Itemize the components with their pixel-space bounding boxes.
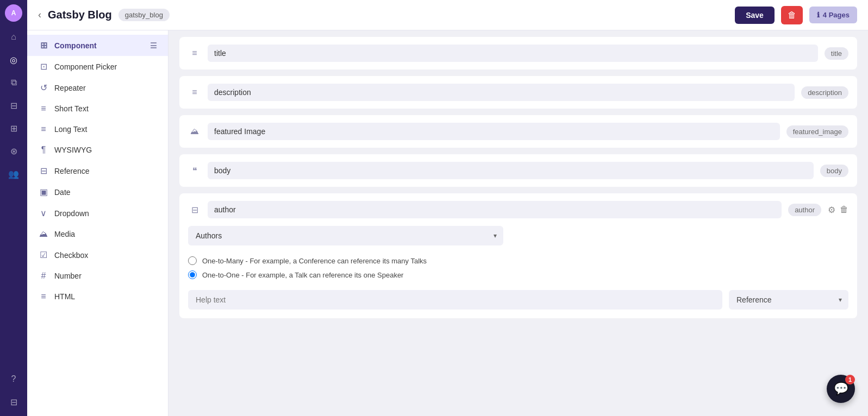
- radio-input-one-to-many[interactable]: [188, 256, 197, 265]
- ref-type-select-wrapper: Reference Inline Embed ▾: [729, 290, 848, 310]
- sidebar-label-media: Media: [54, 230, 75, 238]
- field-name-body[interactable]: [208, 162, 814, 179]
- sidebar-icon-help[interactable]: ?: [4, 369, 23, 389]
- sidebar-label-short-text: Short Text: [54, 104, 89, 113]
- sidebar-icon-layers[interactable]: ⊟: [4, 392, 23, 412]
- pages-count: 4 Pages: [823, 11, 850, 19]
- sidebar-icon-components[interactable]: ⊟: [4, 96, 23, 115]
- component-icon: ⊞: [38, 40, 49, 51]
- delete-button[interactable]: 🗑: [781, 6, 803, 24]
- help-text-input[interactable]: [188, 290, 722, 310]
- chat-icon: 💬: [834, 382, 848, 396]
- reference-icon: ⊟: [38, 166, 49, 176]
- sidebar-label-checkbox: Checkbox: [54, 251, 88, 260]
- sidebar-icon-puzzle[interactable]: ⊛: [4, 141, 23, 161]
- reference-card-header: ⊟ author ⚙ 🗑: [179, 193, 857, 226]
- chat-badge: 1: [845, 375, 855, 385]
- field-name-featured-image[interactable]: [208, 123, 780, 140]
- field-key-title: title: [825, 47, 848, 60]
- radio-input-one-to-one[interactable]: [188, 270, 197, 279]
- delete-button-author[interactable]: 🗑: [840, 205, 848, 215]
- top-header: ‹ Gatsby Blog gatsby_blog Save 🗑 ℹ 4 Pag…: [27, 0, 868, 30]
- left-sidebar: ⊞ Component ☰ ⊡ Component Picker ↺ Repea…: [27, 30, 168, 416]
- dropdown-icon: ∨: [38, 208, 49, 218]
- main-area: ‹ Gatsby Blog gatsby_blog Save 🗑 ℹ 4 Pag…: [27, 0, 868, 416]
- sidebar-label-repeater: Repeater: [54, 84, 86, 92]
- sidebar-item-component-picker[interactable]: ⊡ Component Picker: [27, 56, 168, 77]
- pages-icon: ℹ: [817, 11, 820, 19]
- sidebar-item-long-text[interactable]: ≡ Long Text: [27, 119, 168, 140]
- sidebar-label-number: Number: [54, 272, 82, 280]
- field-icon-body: ❝: [188, 166, 201, 176]
- field-row-body: ❝ body: [179, 154, 857, 187]
- sidebar-label-reference: Reference: [54, 167, 90, 175]
- component-picker-icon: ⊡: [38, 61, 49, 72]
- short-text-icon: ≡: [38, 104, 49, 114]
- repeater-icon: ↺: [38, 83, 49, 93]
- radio-one-to-many[interactable]: One-to-Many - For example, a Conference …: [188, 256, 848, 265]
- sidebar-item-short-text[interactable]: ≡ Short Text: [27, 98, 168, 119]
- sidebar-item-reference[interactable]: ⊟ Reference: [27, 160, 168, 181]
- ref-collection-select[interactable]: Authors Posts Tags Categories: [188, 226, 503, 245]
- sidebar-item-checkbox[interactable]: ☑ Checkbox: [27, 244, 168, 266]
- field-key-body: body: [820, 165, 848, 177]
- radio-label-one-to-many: One-to-Many - For example, a Conference …: [202, 257, 427, 265]
- sidebar-item-dropdown[interactable]: ∨ Dropdown: [27, 203, 168, 224]
- field-key-description: description: [801, 86, 848, 99]
- sidebar-label-dropdown: Dropdown: [54, 209, 89, 218]
- sidebar-item-date[interactable]: ▣ Date: [27, 181, 168, 203]
- pages-button[interactable]: ℹ 4 Pages: [809, 7, 857, 23]
- radio-one-to-one[interactable]: One-to-One - For example, a Talk can ref…: [188, 270, 848, 279]
- media-icon: ⛰: [38, 229, 49, 239]
- sidebar-label-html: HTML: [54, 292, 75, 301]
- sidebar-item-html[interactable]: ≡ HTML: [27, 286, 168, 307]
- sidebar-icon-team[interactable]: 👥: [4, 164, 23, 184]
- sidebar-label-long-text: Long Text: [54, 125, 87, 134]
- avatar[interactable]: A: [5, 4, 22, 22]
- sidebar-label-component: Component: [54, 41, 97, 50]
- sidebar-icon-grid[interactable]: ⊞: [4, 118, 23, 138]
- sidebar-label-wysiwyg: WYSIWYG: [54, 146, 92, 154]
- field-actions-author: ⚙ 🗑: [828, 205, 848, 215]
- field-row-title: ≡ title: [179, 37, 857, 70]
- field-key-featured-image: featured_image: [786, 125, 848, 138]
- sidebar-icon-pages[interactable]: ⧉: [4, 73, 23, 92]
- settings-button-author[interactable]: ⚙: [828, 205, 835, 215]
- page-title: Gatsby Blog: [48, 9, 112, 21]
- field-icon-author: ⊟: [188, 205, 201, 215]
- sidebar-item-component[interactable]: ⊞ Component ☰: [27, 35, 168, 56]
- field-icon-title: ≡: [188, 48, 201, 58]
- save-button[interactable]: Save: [735, 7, 775, 24]
- sidebar-item-media[interactable]: ⛰ Media: [27, 224, 168, 244]
- field-key-author: author: [788, 204, 821, 216]
- field-name-author[interactable]: [208, 201, 782, 218]
- date-icon: ▣: [38, 187, 49, 197]
- ref-select-wrapper: Authors Posts Tags Categories ▾: [188, 226, 503, 245]
- field-row-description: ≡ description: [179, 76, 857, 109]
- sidebar-label-component-picker: Component Picker: [54, 62, 117, 71]
- chat-bubble[interactable]: 💬 1: [827, 375, 855, 403]
- field-icon-description: ≡: [188, 87, 201, 97]
- ref-dropdown: Authors Posts Tags Categories ▾: [188, 226, 848, 245]
- sidebar-label-date: Date: [54, 188, 71, 197]
- ref-type-select[interactable]: Reference Inline Embed: [729, 290, 848, 310]
- html-icon: ≡: [38, 292, 49, 301]
- field-name-title[interactable]: [208, 45, 818, 62]
- radio-label-one-to-one: One-to-One - For example, a Talk can ref…: [202, 271, 403, 279]
- sidebar-item-number[interactable]: # Number: [27, 266, 168, 286]
- field-row-featured-image: ⛰ featured_image: [179, 115, 857, 148]
- icon-sidebar: A ⌂ ◎ ⧉ ⊟ ⊞ ⊛ 👥 ? ⊟: [0, 0, 27, 416]
- slug-badge: gatsby_blog: [118, 9, 170, 21]
- number-icon: #: [38, 271, 49, 281]
- sidebar-icon-blog[interactable]: ◎: [4, 50, 23, 70]
- back-button[interactable]: ‹: [38, 9, 41, 21]
- sidebar-item-repeater[interactable]: ↺ Repeater: [27, 77, 168, 98]
- reference-card: ⊟ author ⚙ 🗑 Authors Posts Tags C: [179, 193, 857, 318]
- field-icon-featured-image: ⛰: [188, 127, 201, 136]
- main-content: ≡ title ≡ description ⛰ featured_image ❝…: [168, 30, 868, 416]
- sidebar-item-wysiwyg[interactable]: ¶ WYSIWYG: [27, 140, 168, 160]
- content-row: ⊞ Component ☰ ⊡ Component Picker ↺ Repea…: [27, 30, 868, 416]
- sidebar-list-icon: ☰: [150, 41, 157, 50]
- field-name-description[interactable]: [208, 84, 795, 101]
- sidebar-icon-home[interactable]: ⌂: [4, 27, 23, 47]
